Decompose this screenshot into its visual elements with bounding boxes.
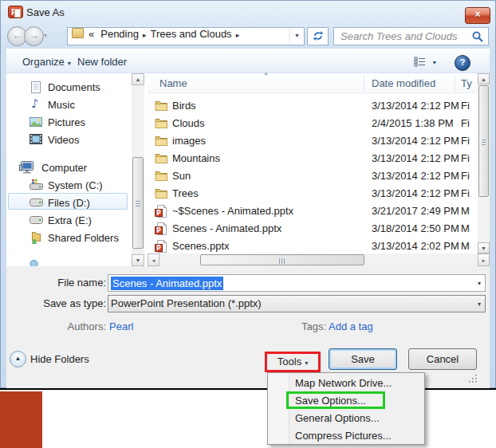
pptx-file-icon: P <box>155 240 167 253</box>
scroll-up-icon[interactable]: ▲ <box>132 73 144 85</box>
save-as-type-label: Save as type: <box>6 297 106 309</box>
chevron-down-icon: ▾ <box>68 60 71 67</box>
list-vertical-scrollbar[interactable]: ▲ ▼ <box>478 73 490 253</box>
powerpoint-app-icon: P <box>8 6 23 18</box>
organize-label: Organize <box>22 56 65 68</box>
hide-folders-icon: ▲ <box>15 355 22 362</box>
svg-text:P: P <box>156 227 161 234</box>
breadcrumb[interactable]: «Pending▸Trees and Clouds▸ ▾ <box>67 27 305 45</box>
folder-icon <box>155 170 167 181</box>
search-input[interactable]: Search Trees and Clouds <box>333 27 489 45</box>
table-row-clouds[interactable]: Clouds2/4/2015 1:38 PMFi <box>148 115 478 132</box>
drive-icon <box>30 198 43 206</box>
scrollbar-thumb[interactable] <box>132 157 144 249</box>
help-button[interactable]: ? <box>455 55 470 71</box>
save-as-type-select[interactable]: PowerPoint Presentation (*.pptx) ▾ <box>108 295 486 312</box>
folder-icon <box>155 152 167 163</box>
chevron-down-icon: ▾ <box>305 360 308 367</box>
sidebar-item-extra-e[interactable]: Extra (E:) <box>6 212 134 229</box>
column-header-name[interactable]: Name <box>159 77 187 89</box>
views-button[interactable]: ▾ <box>414 57 436 69</box>
column-header-date-modified[interactable]: Date modified <box>372 77 435 89</box>
column-header-type[interactable]: Ty <box>461 77 472 89</box>
chevron-right-icon[interactable]: ▸ <box>232 31 244 39</box>
list-horizontal-scrollbar[interactable]: ◂ ▸ <box>148 253 490 266</box>
sidebar-item-computer[interactable]: Computer <box>6 159 134 176</box>
window-title: Save As <box>26 6 65 18</box>
help-icon: ? <box>460 57 466 67</box>
file-name-value[interactable]: Scenes - Animated.pptx <box>111 277 223 290</box>
chevron-right-icon[interactable]: ▸ <box>139 31 151 39</box>
menu-item-compress-pictures[interactable]: Compress Pictures... <box>269 427 423 444</box>
folder-icon <box>72 28 84 38</box>
svg-text:P: P <box>156 210 161 217</box>
system-drive-icon <box>30 179 43 190</box>
scrollbar-thumb[interactable] <box>200 254 364 265</box>
chevron-down-icon[interactable]: ▾ <box>478 301 481 308</box>
column-divider[interactable] <box>364 75 364 92</box>
cancel-button[interactable]: Cancel <box>408 348 477 370</box>
tools-button[interactable]: Tools▾ <box>265 352 321 372</box>
hide-folders-label[interactable]: Hide Folders <box>30 353 89 365</box>
table-row-scenes[interactable]: P Scenes.pptx3/13/2014 2:02 PMM <box>148 238 478 255</box>
table-row-images[interactable]: images3/13/2014 2:12 PMFi <box>148 132 478 150</box>
save-button[interactable]: Save <box>329 348 397 370</box>
table-row-mountains[interactable]: Mountains3/13/2014 2:12 PMFi <box>148 150 478 167</box>
authors-value-link[interactable]: Pearl <box>109 320 133 332</box>
table-row-trees[interactable]: Trees3/13/2014 2:12 PMFi <box>148 185 478 202</box>
chevron-down-icon[interactable]: ▾ <box>478 280 481 287</box>
sidebar-item-label: Shared Folders <box>48 230 119 246</box>
tags-label: Tags: <box>301 320 326 332</box>
hide-folders-button[interactable]: ▲ <box>10 351 26 367</box>
sidebar-item-label: Documents <box>48 79 100 96</box>
sidebar-item-label: System (C:) <box>48 177 103 194</box>
search-icon[interactable] <box>472 31 483 42</box>
back-icon: ← <box>12 29 22 41</box>
scroll-down-icon[interactable]: ▼ <box>132 254 144 266</box>
column-divider[interactable] <box>455 75 455 92</box>
menu-item-map-network-drive[interactable]: Map Network Drive... <box>269 375 423 391</box>
sidebar-item-label: Computer <box>41 159 87 176</box>
scroll-left-icon[interactable]: ◂ <box>148 253 159 266</box>
chevron-down-icon: ▾ <box>433 59 436 66</box>
table-row-sun[interactable]: Sun3/13/2014 2:12 PMFi <box>148 167 478 185</box>
scroll-up-icon[interactable]: ▲ <box>478 73 490 84</box>
folder-icon <box>155 135 167 146</box>
sidebar-item-videos[interactable]: Videos <box>6 132 134 148</box>
sidebar-item-files-d[interactable]: Files (D:) <box>6 195 134 211</box>
crumb-prefix[interactable]: « <box>89 28 94 40</box>
forward-button[interactable]: → <box>24 26 44 46</box>
tags-value-link[interactable]: Add a tag <box>329 320 373 332</box>
sidebar-item-shared-folders[interactable]: Shared Folders <box>6 230 134 246</box>
table-row-birds[interactable]: Birds3/13/2014 2:12 PMFi <box>148 97 478 115</box>
sidebar-item-documents[interactable]: Documents <box>6 79 134 96</box>
breadcrumb-pending[interactable]: Pending <box>100 28 139 40</box>
menu-item-general-options[interactable]: General Options... <box>269 410 423 426</box>
new-folder-button[interactable]: New folder <box>77 56 127 68</box>
sidebar-scrollbar[interactable]: ▲ ▼ <box>132 73 144 266</box>
file-name-input[interactable]: Scenes - Animated.pptx ▾ <box>108 274 486 292</box>
list-header: Name ▲ Date modified Ty <box>148 73 478 93</box>
sidebar-item-pictures[interactable]: Pictures <box>6 114 134 131</box>
save-as-type-value: PowerPoint Presentation (*.pptx) <box>111 297 262 309</box>
folder-icon <box>155 187 167 198</box>
sidebar-item-label: Pictures <box>48 114 85 131</box>
scrollbar-thumb[interactable] <box>478 85 489 197</box>
pptx-file-icon: P <box>155 222 167 235</box>
refresh-button[interactable] <box>307 27 329 45</box>
svg-text:P: P <box>156 245 161 252</box>
organize-button[interactable]: Organize▾ <box>22 56 71 68</box>
folder-icon <box>155 117 167 128</box>
scroll-right-icon[interactable]: ▸ <box>478 253 490 266</box>
address-dropdown-icon[interactable]: ▾ <box>289 28 304 45</box>
close-button[interactable]: × <box>465 7 490 24</box>
resize-grip[interactable] <box>469 375 478 384</box>
table-row-scenes-animated[interactable]: P Scenes - Animated.pptx3/18/2014 2:50 P… <box>148 220 478 238</box>
table-row-temp-scenes-animated[interactable]: P ~$Scenes - Animated.pptx3/21/2017 2:49… <box>148 202 478 220</box>
sidebar-item-music[interactable]: ♪ Music <box>6 96 134 113</box>
sidebar-item-label: Extra (E:) <box>48 212 92 229</box>
scroll-down-icon[interactable]: ▼ <box>478 242 490 253</box>
breadcrumb-trees-and-clouds[interactable]: Trees and Clouds <box>150 28 231 40</box>
sidebar-item-system-c[interactable]: System (C:) <box>6 177 134 194</box>
nav-history-chevron-icon[interactable]: ▾ <box>44 32 47 39</box>
